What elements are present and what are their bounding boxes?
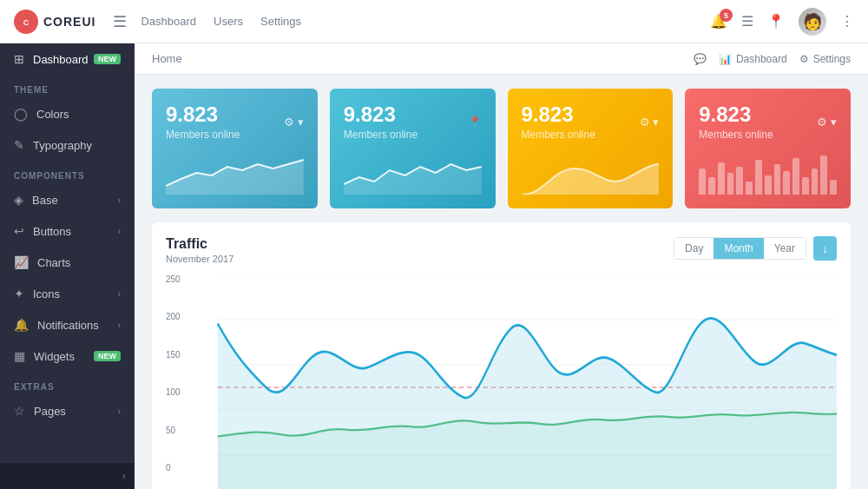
- stat-card-header-red: 9.823 Members online ⚙ ▾: [699, 102, 837, 141]
- download-button[interactable]: ↓: [813, 236, 837, 261]
- bar-9: [774, 164, 781, 195]
- bar-15: [830, 180, 837, 195]
- sidebar-item-dashboard[interactable]: ⊞ Dashboard NEW: [0, 43, 135, 75]
- stat-gear-cyan[interactable]: 📍: [468, 116, 482, 129]
- menu-button[interactable]: ⋮: [840, 13, 854, 30]
- sidebar-item-widgets[interactable]: ▦ Widgets NEW: [0, 340, 135, 372]
- widgets-badge: NEW: [94, 351, 121, 361]
- stats-row: 9.823 Members online ⚙ ▾: [152, 89, 851, 208]
- stat-gear-blue[interactable]: ⚙ ▾: [284, 116, 304, 129]
- time-month-button[interactable]: Month: [713, 238, 763, 259]
- bar-3: [718, 162, 725, 195]
- y-label-150: 150: [166, 350, 181, 360]
- chevron-left-icon: ‹: [122, 470, 126, 482]
- bar-7: [755, 160, 762, 195]
- stat-chart-cyan: [344, 151, 482, 195]
- bar-12: [802, 177, 809, 195]
- stat-card-header-cyan: 9.823 Members online 📍: [344, 102, 482, 141]
- y-label-50: 50: [166, 426, 181, 435]
- bar-11: [792, 158, 799, 195]
- stat-card-header-yellow: 9.823 Members online ⚙ ▾: [522, 102, 660, 141]
- stat-gear-red[interactable]: ⚙ ▾: [817, 116, 837, 129]
- icons-icon: ✦: [14, 287, 24, 301]
- stat-gear-yellow[interactable]: ⚙ ▾: [640, 116, 660, 129]
- sidebar-item-base[interactable]: ◈ Base ›: [0, 184, 135, 215]
- y-axis-labels: 250 200 150 100 50 0: [166, 274, 181, 474]
- charts-icon: 📈: [14, 255, 29, 269]
- gear-icon: ⚙: [799, 53, 809, 65]
- sidebar-label-typography: Typography: [33, 139, 92, 152]
- theme-section: THEME: [0, 75, 135, 98]
- breadcrumb-home: Home: [152, 52, 182, 65]
- sidebar-label-widgets: Widgets: [34, 350, 75, 363]
- colors-icon: ◯: [14, 107, 28, 121]
- chat-icon: 💬: [694, 53, 707, 65]
- notifications-arrow: ›: [118, 320, 121, 330]
- stat-card-header-blue: 9.823 Members online ⚙ ▾: [166, 102, 304, 141]
- stat-card-cyan: 9.823 Members online 📍: [330, 89, 496, 208]
- list-button[interactable]: ☰: [741, 13, 753, 30]
- y-label-0: 0: [166, 463, 181, 472]
- mini-bar-chart: [699, 151, 837, 195]
- y-label-100: 100: [166, 387, 181, 397]
- breadcrumb-settings-button[interactable]: ⚙ Settings: [799, 53, 851, 65]
- svg-text:C: C: [23, 18, 30, 27]
- sidebar-item-buttons[interactable]: ↩ Buttons ›: [0, 215, 135, 247]
- sidebar: ⊞ Dashboard NEW THEME ◯ Colors ✎ Typogra…: [0, 43, 135, 489]
- avatar[interactable]: 🧑: [799, 8, 826, 36]
- traffic-title-group: Traffic November 2017: [166, 236, 233, 264]
- bar-10: [783, 171, 790, 195]
- logo: C COREUI: [14, 10, 95, 34]
- stat-label-red: Members online: [699, 129, 773, 141]
- dashboard-icon: ⊞: [14, 52, 24, 66]
- extras-section: EXTRAS: [0, 372, 135, 395]
- widgets-icon: ▦: [14, 349, 25, 363]
- sidebar-item-charts[interactable]: 📈 Charts: [0, 247, 135, 278]
- sidebar-item-pages[interactable]: ☆ Pages ›: [0, 395, 135, 426]
- logo-icon: C: [14, 10, 38, 34]
- buttons-arrow: ›: [118, 227, 121, 236]
- pages-arrow: ›: [118, 406, 121, 416]
- nav-users[interactable]: Users: [214, 15, 243, 28]
- breadcrumb-actions: 💬 📊 Dashboard ⚙ Settings: [694, 53, 851, 65]
- main-content: 9.823 Members online ⚙ ▾: [135, 75, 868, 489]
- breadcrumb-chat-button[interactable]: 💬: [694, 53, 707, 65]
- notifications-button[interactable]: 🔔 5: [710, 13, 727, 30]
- sidebar-item-notifications[interactable]: 🔔 Notifications ›: [0, 309, 135, 340]
- base-icon: ◈: [14, 193, 23, 207]
- time-day-button[interactable]: Day: [674, 238, 713, 259]
- sidebar-toggle-button[interactable]: ‹: [0, 463, 135, 489]
- notifications-sidebar-icon: 🔔: [14, 318, 29, 332]
- typography-icon: ✎: [14, 138, 24, 152]
- stat-number-blue: 9.823: [166, 102, 240, 127]
- traffic-title: Traffic: [166, 236, 233, 252]
- top-nav: C COREUI ☰ Dashboard Users Settings 🔔 5 …: [0, 0, 868, 43]
- sidebar-item-typography[interactable]: ✎ Typography: [0, 129, 135, 161]
- sidebar-label-colors: Colors: [36, 108, 69, 121]
- breadcrumb-dashboard-button[interactable]: 📊 Dashboard: [719, 53, 787, 65]
- time-year-button[interactable]: Year: [764, 238, 806, 259]
- bar-14: [820, 155, 827, 195]
- bar-13: [812, 169, 819, 195]
- chart-area: 250 200 150 100 50 0: [166, 274, 837, 489]
- hamburger-button[interactable]: ☰: [113, 12, 127, 31]
- buttons-icon: ↩: [14, 224, 24, 238]
- sidebar-label-pages: Pages: [34, 405, 66, 418]
- nav-dashboard[interactable]: Dashboard: [141, 15, 196, 28]
- bar-4: [727, 173, 734, 195]
- stat-number-cyan: 9.823: [344, 102, 418, 127]
- nav-settings[interactable]: Settings: [260, 15, 301, 28]
- bar-1: [699, 169, 706, 195]
- traffic-subtitle: November 2017: [166, 254, 233, 264]
- sidebar-item-icons[interactable]: ✦ Icons ›: [0, 278, 135, 309]
- location-button[interactable]: 📍: [767, 13, 785, 30]
- download-icon: ↓: [822, 241, 828, 255]
- time-btn-group: Day Month Year: [674, 237, 806, 260]
- sidebar-item-colors[interactable]: ◯ Colors: [0, 98, 135, 129]
- bar-2: [708, 177, 715, 195]
- y-label-200: 200: [166, 312, 181, 321]
- stat-card-blue: 9.823 Members online ⚙ ▾: [152, 89, 318, 208]
- stat-label-cyan: Members online: [344, 129, 418, 141]
- bar-5: [736, 167, 743, 195]
- stat-card-red: 9.823 Members online ⚙ ▾: [685, 89, 851, 208]
